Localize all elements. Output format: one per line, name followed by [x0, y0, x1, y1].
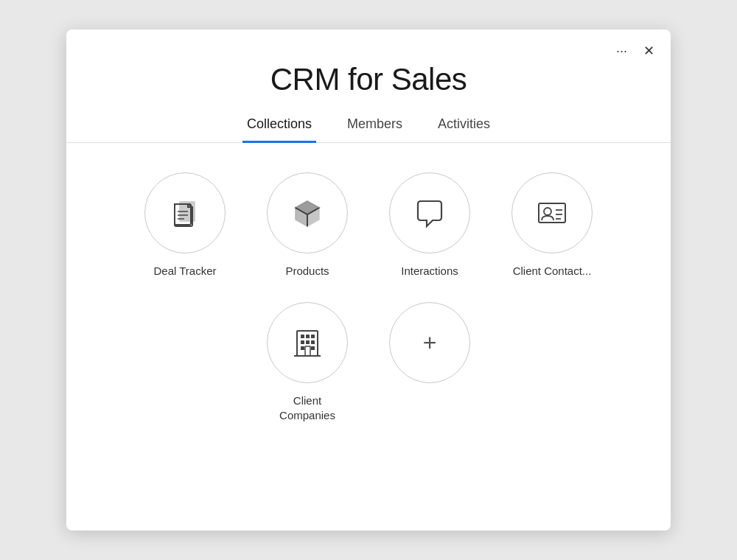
- client-companies-button[interactable]: [267, 302, 348, 383]
- interactions-button[interactable]: [389, 172, 470, 253]
- collection-item-add[interactable]: +: [382, 302, 478, 424]
- svg-rect-16: [301, 335, 304, 338]
- products-label: Products: [285, 264, 329, 279]
- app-title: CRM for Sales: [66, 62, 671, 97]
- tab-activities[interactable]: Activities: [433, 111, 495, 143]
- collections-grid: Deal Tracker Products: [66, 143, 671, 453]
- tab-members[interactable]: Members: [343, 111, 407, 143]
- chat-icon: [411, 194, 449, 232]
- building-icon: [288, 323, 326, 362]
- add-button[interactable]: +: [389, 302, 470, 383]
- products-button[interactable]: [267, 172, 348, 253]
- add-icon: +: [423, 331, 437, 354]
- deal-tracker-button[interactable]: [144, 172, 226, 253]
- collection-item-products[interactable]: Products: [259, 172, 355, 279]
- title-area: CRM for Sales: [66, 29, 671, 111]
- collection-item-deal-tracker[interactable]: Deal Tracker: [137, 172, 233, 279]
- collection-item-client-companies[interactable]: ClientCompanies: [259, 302, 355, 424]
- svg-rect-24: [305, 346, 310, 356]
- client-companies-label: ClientCompanies: [279, 393, 335, 424]
- grid-row-1: Deal Tracker Products: [137, 172, 600, 279]
- svg-point-11: [544, 208, 551, 215]
- app-window: ··· ✕ CRM for Sales Collections Members …: [66, 29, 671, 531]
- svg-rect-21: [311, 340, 315, 344]
- svg-rect-18: [311, 335, 315, 338]
- svg-rect-22: [301, 346, 304, 350]
- grid-row-2: ClientCompanies +: [259, 302, 478, 424]
- tab-collections[interactable]: Collections: [242, 111, 316, 143]
- svg-rect-10: [539, 203, 565, 223]
- close-button[interactable]: ✕: [639, 40, 659, 62]
- more-button[interactable]: ···: [612, 41, 632, 62]
- svg-rect-17: [306, 335, 310, 338]
- tabs-bar: Collections Members Activities: [66, 111, 671, 143]
- collection-item-client-contact[interactable]: Client Contact...: [504, 172, 600, 279]
- box-icon: [288, 194, 326, 232]
- svg-rect-23: [311, 346, 315, 350]
- client-contact-button[interactable]: [511, 172, 593, 253]
- document-icon: [166, 194, 204, 232]
- window-controls: ··· ✕: [612, 40, 659, 62]
- interactions-label: Interactions: [401, 264, 458, 279]
- svg-rect-19: [301, 340, 304, 344]
- deal-tracker-label: Deal Tracker: [153, 264, 216, 279]
- contact-icon: [533, 194, 571, 232]
- collection-item-interactions[interactable]: Interactions: [382, 172, 478, 279]
- client-contact-label: Client Contact...: [513, 264, 592, 279]
- svg-rect-20: [306, 340, 310, 344]
